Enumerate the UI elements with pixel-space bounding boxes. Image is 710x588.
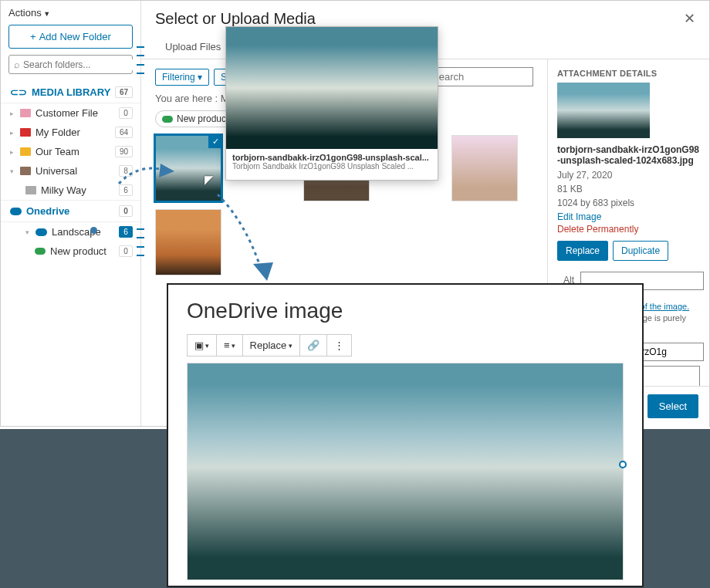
select-button[interactable]: Select (647, 394, 698, 418)
onedrive-root[interactable]: Onedrive 0 (1, 200, 140, 222)
folder-sidebar: Actions + Add New Folder ⌕ ⊂⊃MEDIA LIBRA… (1, 1, 141, 426)
detail-size: 81 KB (557, 182, 700, 196)
image-block-icon[interactable]: ▣ ▾ (188, 335, 217, 356)
plus-icon: + (30, 31, 36, 42)
editor-window: OneDrive image ▣ ▾ ≡ ▾ Replace ▾ 🔗 ⋮ (167, 283, 644, 587)
block-toolbar: ▣ ▾ ≡ ▾ Replace ▾ 🔗 ⋮ (187, 334, 352, 357)
cloud-icon (10, 208, 22, 215)
folder-chip[interactable]: New product (155, 110, 235, 127)
cloud-icon (36, 228, 47, 236)
folder-search-input[interactable] (23, 59, 139, 70)
folder-search[interactable]: ⌕ (8, 55, 133, 74)
align-icon[interactable]: ≡ ▾ (217, 335, 243, 356)
close-icon[interactable]: ✕ (684, 10, 695, 27)
preview-subtitle: Torbjorn Sandbakk IrzO1gonG98 Unsplash S… (232, 162, 431, 171)
folder-customer-file[interactable]: ▸Customer File 0 (1, 103, 140, 123)
cloud-icon (162, 116, 173, 123)
folder-icon (20, 109, 31, 117)
folder-landscape[interactable]: ▾Landscape 6 (1, 222, 140, 242)
annotation-dot (90, 227, 97, 234)
cloud-icon (35, 248, 46, 255)
drag-handle-icon[interactable] (137, 42, 146, 78)
editor-heading: OneDrive image (168, 285, 642, 334)
detail-thumbnail (557, 83, 650, 138)
edit-image-link[interactable]: Edit Image (557, 211, 700, 222)
media-thumbnail[interactable]: ✓ (155, 135, 221, 201)
chevron-down-icon: ▾ (25, 228, 29, 236)
folder-our-team[interactable]: ▸Our Team 90 (1, 142, 140, 161)
chevron-right-icon: ▸ (10, 110, 14, 117)
actions-menu[interactable]: Actions (1, 4, 140, 25)
folder-icon (20, 128, 31, 137)
delete-link[interactable]: Delete Permanently (557, 224, 700, 235)
folder-icon (20, 167, 31, 175)
library-icon: ⊂⊃ (10, 86, 27, 98)
search-icon: ⌕ (14, 59, 20, 70)
resize-handle[interactable] (619, 461, 627, 468)
add-folder-button[interactable]: + Add New Folder (8, 25, 133, 49)
chevron-right-icon: ▸ (10, 129, 14, 137)
editor-image[interactable] (187, 363, 624, 580)
hover-preview: torbjorn-sandbakk-irzO1gonG98-unsplash-s… (225, 26, 438, 181)
drag-handle-icon[interactable] (137, 225, 146, 260)
folder-milky-way[interactable]: Milky Way 6 (1, 181, 140, 200)
folder-icon (20, 147, 31, 156)
preview-image (226, 27, 438, 149)
folder-universal[interactable]: ▾Universal 8 (1, 161, 140, 181)
folder-new-product[interactable]: New product 0 (1, 242, 140, 261)
details-header: ATTACHMENT DETAILS (557, 69, 700, 78)
replace-dropdown[interactable]: Replace ▾ (243, 335, 301, 356)
preview-title: torbjorn-sandbakk-irzO1gonG98-unsplash-s… (232, 153, 431, 162)
check-icon: ✓ (208, 134, 222, 148)
tab-upload[interactable]: Upload Files (155, 34, 231, 59)
media-search-input[interactable] (425, 67, 533, 86)
folder-icon (25, 186, 36, 194)
cursor-icon: ◤ (205, 173, 214, 187)
detail-date: July 27, 2020 (557, 168, 700, 182)
filtering-button[interactable]: Filtering ▾ (155, 69, 209, 86)
chevron-right-icon: ▸ (10, 148, 14, 156)
detail-dimensions: 1024 by 683 pixels (557, 196, 700, 210)
media-thumbnail[interactable] (155, 209, 221, 275)
more-icon[interactable]: ⋮ (327, 335, 351, 356)
duplicate-button[interactable]: Duplicate (613, 241, 668, 261)
detail-filename: torbjorn-sandbakk-irzO1gonG98-unsplash-s… (557, 144, 700, 166)
link-icon[interactable]: 🔗 (300, 335, 327, 356)
media-library-root[interactable]: ⊂⊃MEDIA LIBRARY 67 (1, 82, 140, 103)
folder-my-folder[interactable]: ▸My Folder 64 (1, 123, 140, 142)
modal-title: Select or Upload Media (155, 10, 316, 28)
folder-tree: ⊂⊃MEDIA LIBRARY 67 ▸Customer File 0 ▸My … (1, 82, 140, 261)
replace-button[interactable]: Replace (557, 241, 608, 261)
chevron-down-icon: ▾ (10, 167, 14, 175)
media-thumbnail[interactable] (451, 135, 518, 201)
